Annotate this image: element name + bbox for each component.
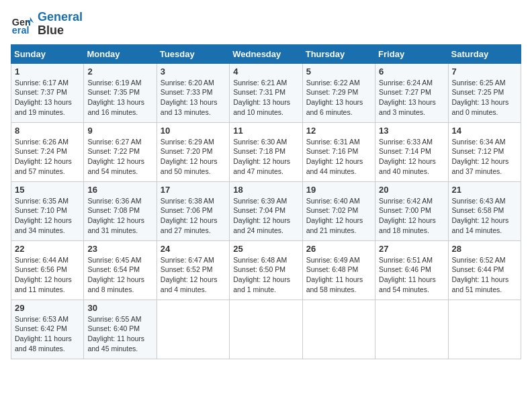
day-info: Sunrise: 6:33 AMSunset: 7:14 PMDaylight:… bbox=[379, 138, 436, 175]
day-info: Sunrise: 6:53 AMSunset: 6:42 PMDaylight:… bbox=[15, 315, 72, 353]
day-number: 28 bbox=[452, 244, 517, 254]
day-number: 7 bbox=[452, 66, 517, 77]
day-info: Sunrise: 6:47 AMSunset: 6:52 PMDaylight:… bbox=[161, 256, 218, 293]
day-number: 26 bbox=[306, 244, 371, 254]
weekday-header-saturday: Saturday bbox=[448, 44, 521, 63]
day-number: 25 bbox=[233, 244, 298, 254]
day-number: 17 bbox=[161, 185, 226, 195]
calendar-cell bbox=[448, 300, 521, 359]
calendar-cell: 17 Sunrise: 6:38 AMSunset: 7:06 PMDaylig… bbox=[157, 181, 229, 240]
weekday-header-tuesday: Tuesday bbox=[157, 44, 229, 63]
day-info: Sunrise: 6:36 AMSunset: 7:08 PMDaylight:… bbox=[87, 197, 144, 234]
day-info: Sunrise: 6:27 AMSunset: 7:22 PMDaylight:… bbox=[87, 138, 144, 175]
calendar-cell: 6 Sunrise: 6:24 AMSunset: 7:27 PMDayligh… bbox=[375, 63, 448, 122]
svg-text:eral: eral bbox=[12, 25, 30, 36]
calendar-cell bbox=[375, 300, 448, 359]
day-info: Sunrise: 6:34 AMSunset: 7:12 PMDaylight:… bbox=[452, 138, 509, 175]
day-number: 15 bbox=[15, 185, 80, 195]
calendar-cell: 22 Sunrise: 6:44 AMSunset: 6:56 PMDaylig… bbox=[11, 240, 84, 300]
logo-icon: Gen eral bbox=[11, 12, 35, 36]
day-info: Sunrise: 6:42 AMSunset: 7:00 PMDaylight:… bbox=[379, 197, 436, 234]
day-number: 6 bbox=[379, 66, 444, 77]
calendar-cell: 9 Sunrise: 6:27 AMSunset: 7:22 PMDayligh… bbox=[84, 122, 157, 181]
day-info: Sunrise: 6:19 AMSunset: 7:35 PMDaylight:… bbox=[87, 79, 144, 116]
calendar-cell: 2 Sunrise: 6:19 AMSunset: 7:35 PMDayligh… bbox=[84, 63, 157, 122]
calendar-cell: 14 Sunrise: 6:34 AMSunset: 7:12 PMDaylig… bbox=[448, 122, 521, 181]
calendar-cell bbox=[157, 300, 229, 359]
day-info: Sunrise: 6:31 AMSunset: 7:16 PMDaylight:… bbox=[306, 138, 363, 175]
day-number: 11 bbox=[233, 126, 298, 136]
day-info: Sunrise: 6:29 AMSunset: 7:20 PMDaylight:… bbox=[161, 138, 218, 175]
day-number: 23 bbox=[87, 244, 152, 254]
calendar-week-3: 15 Sunrise: 6:35 AMSunset: 7:10 PMDaylig… bbox=[11, 181, 521, 240]
calendar-cell: 3 Sunrise: 6:20 AMSunset: 7:33 PMDayligh… bbox=[157, 63, 229, 122]
calendar-table: SundayMondayTuesdayWednesdayThursdayFrid… bbox=[11, 44, 521, 359]
day-info: Sunrise: 6:55 AMSunset: 6:40 PMDaylight:… bbox=[87, 315, 144, 353]
day-info: Sunrise: 6:24 AMSunset: 7:27 PMDaylight:… bbox=[379, 79, 436, 116]
calendar-cell: 24 Sunrise: 6:47 AMSunset: 6:52 PMDaylig… bbox=[157, 240, 229, 300]
day-number: 3 bbox=[161, 66, 226, 77]
day-number: 18 bbox=[233, 185, 298, 195]
day-number: 8 bbox=[15, 126, 80, 136]
day-number: 30 bbox=[87, 303, 152, 313]
calendar-cell: 18 Sunrise: 6:39 AMSunset: 7:04 PMDaylig… bbox=[230, 181, 302, 240]
calendar-cell: 8 Sunrise: 6:26 AMSunset: 7:24 PMDayligh… bbox=[11, 122, 84, 181]
logo: Gen eral General Blue bbox=[11, 11, 83, 38]
calendar-week-2: 8 Sunrise: 6:26 AMSunset: 7:24 PMDayligh… bbox=[11, 122, 521, 181]
day-number: 1 bbox=[15, 66, 80, 77]
day-number: 9 bbox=[87, 126, 152, 136]
calendar-cell: 29 Sunrise: 6:53 AMSunset: 6:42 PMDaylig… bbox=[11, 300, 84, 359]
day-number: 13 bbox=[379, 126, 444, 136]
day-number: 21 bbox=[452, 185, 517, 195]
page-header: Gen eral General Blue bbox=[11, 11, 521, 38]
calendar-cell: 12 Sunrise: 6:31 AMSunset: 7:16 PMDaylig… bbox=[302, 122, 375, 181]
calendar-cell: 27 Sunrise: 6:51 AMSunset: 6:46 PMDaylig… bbox=[375, 240, 448, 300]
weekday-header-monday: Monday bbox=[84, 44, 157, 63]
day-number: 5 bbox=[306, 66, 371, 77]
day-number: 29 bbox=[15, 303, 80, 313]
weekday-header-thursday: Thursday bbox=[302, 44, 375, 63]
day-info: Sunrise: 6:40 AMSunset: 7:02 PMDaylight:… bbox=[306, 197, 363, 234]
calendar-cell: 23 Sunrise: 6:45 AMSunset: 6:54 PMDaylig… bbox=[84, 240, 157, 300]
day-info: Sunrise: 6:21 AMSunset: 7:31 PMDaylight:… bbox=[233, 79, 290, 116]
calendar-cell: 4 Sunrise: 6:21 AMSunset: 7:31 PMDayligh… bbox=[230, 63, 302, 122]
calendar-cell bbox=[302, 300, 375, 359]
day-number: 12 bbox=[306, 126, 371, 136]
day-info: Sunrise: 6:44 AMSunset: 6:56 PMDaylight:… bbox=[15, 256, 72, 293]
calendar-cell: 25 Sunrise: 6:48 AMSunset: 6:50 PMDaylig… bbox=[230, 240, 302, 300]
day-number: 14 bbox=[452, 126, 517, 136]
day-info: Sunrise: 6:35 AMSunset: 7:10 PMDaylight:… bbox=[15, 197, 72, 234]
calendar-cell: 11 Sunrise: 6:30 AMSunset: 7:18 PMDaylig… bbox=[230, 122, 302, 181]
calendar-cell: 21 Sunrise: 6:43 AMSunset: 6:58 PMDaylig… bbox=[448, 181, 521, 240]
day-info: Sunrise: 6:17 AMSunset: 7:37 PMDaylight:… bbox=[15, 79, 72, 116]
calendar-cell: 20 Sunrise: 6:42 AMSunset: 7:00 PMDaylig… bbox=[375, 181, 448, 240]
calendar-cell: 26 Sunrise: 6:49 AMSunset: 6:48 PMDaylig… bbox=[302, 240, 375, 300]
weekday-header-wednesday: Wednesday bbox=[230, 44, 302, 63]
calendar-cell: 1 Sunrise: 6:17 AMSunset: 7:37 PMDayligh… bbox=[11, 63, 84, 122]
logo-text-line2: Blue bbox=[38, 24, 83, 38]
day-number: 20 bbox=[379, 185, 444, 195]
day-info: Sunrise: 6:52 AMSunset: 6:44 PMDaylight:… bbox=[452, 256, 509, 293]
calendar-cell: 30 Sunrise: 6:55 AMSunset: 6:40 PMDaylig… bbox=[84, 300, 157, 359]
day-info: Sunrise: 6:38 AMSunset: 7:06 PMDaylight:… bbox=[161, 197, 218, 234]
day-number: 4 bbox=[233, 66, 298, 77]
day-info: Sunrise: 6:30 AMSunset: 7:18 PMDaylight:… bbox=[233, 138, 290, 175]
day-info: Sunrise: 6:25 AMSunset: 7:25 PMDaylight:… bbox=[452, 79, 509, 116]
day-number: 19 bbox=[306, 185, 371, 195]
day-number: 10 bbox=[161, 126, 226, 136]
day-number: 27 bbox=[379, 244, 444, 254]
calendar-cell bbox=[230, 300, 302, 359]
day-info: Sunrise: 6:45 AMSunset: 6:54 PMDaylight:… bbox=[87, 256, 144, 293]
calendar-cell: 28 Sunrise: 6:52 AMSunset: 6:44 PMDaylig… bbox=[448, 240, 521, 300]
calendar-cell: 16 Sunrise: 6:36 AMSunset: 7:08 PMDaylig… bbox=[84, 181, 157, 240]
weekday-header-sunday: Sunday bbox=[11, 44, 84, 63]
day-info: Sunrise: 6:49 AMSunset: 6:48 PMDaylight:… bbox=[306, 256, 363, 293]
day-info: Sunrise: 6:48 AMSunset: 6:50 PMDaylight:… bbox=[233, 256, 290, 293]
calendar-week-1: 1 Sunrise: 6:17 AMSunset: 7:37 PMDayligh… bbox=[11, 63, 521, 122]
calendar-cell: 19 Sunrise: 6:40 AMSunset: 7:02 PMDaylig… bbox=[302, 181, 375, 240]
logo-text-line1: General bbox=[38, 11, 83, 24]
day-info: Sunrise: 6:22 AMSunset: 7:29 PMDaylight:… bbox=[306, 79, 363, 116]
day-number: 2 bbox=[87, 66, 152, 77]
day-info: Sunrise: 6:20 AMSunset: 7:33 PMDaylight:… bbox=[161, 79, 218, 116]
calendar-week-4: 22 Sunrise: 6:44 AMSunset: 6:56 PMDaylig… bbox=[11, 240, 521, 300]
